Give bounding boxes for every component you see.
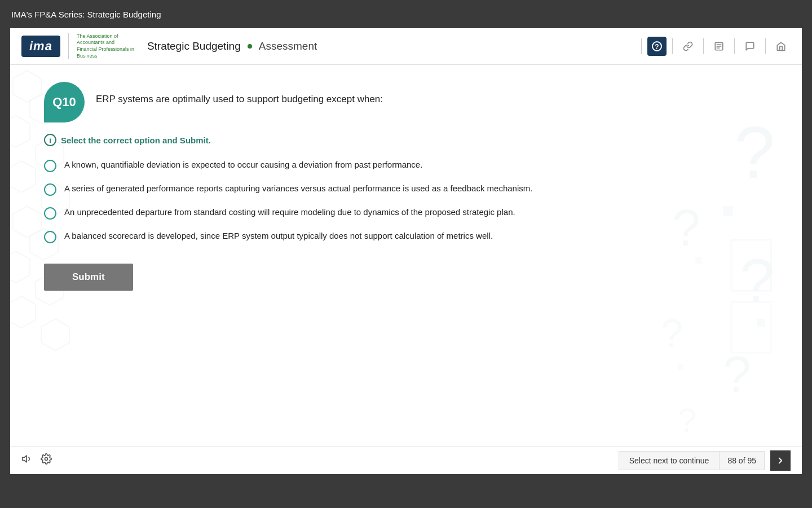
section-title: Assessment xyxy=(259,40,317,52)
svg-marker-30 xyxy=(23,456,27,462)
instruction: i Select the correct option and Submit. xyxy=(44,134,768,146)
volume-icon[interactable] xyxy=(21,453,33,467)
question-badge: Q10 xyxy=(44,82,85,122)
svg-text:?: ? xyxy=(655,43,659,51)
ima-logo: ima xyxy=(21,36,60,57)
option-c-text: An unprecedented departure from standard… xyxy=(64,206,515,219)
radio-d[interactable] xyxy=(44,231,56,243)
option-c[interactable]: An unprecedented departure from standard… xyxy=(44,206,768,220)
radio-b[interactable] xyxy=(44,183,56,196)
radio-a[interactable] xyxy=(44,160,56,172)
divider-4 xyxy=(734,38,735,54)
divider-5 xyxy=(765,38,766,54)
header: ima The Association of Accountants and F… xyxy=(10,28,802,65)
options-list: A known, quantifiable deviation is expec… xyxy=(44,159,768,243)
ima-tagline: The Association of Accountants and Finan… xyxy=(68,33,136,60)
home-button[interactable] xyxy=(771,37,791,56)
bottom-right: Select next to continue 88 of 95 xyxy=(619,450,791,471)
next-button[interactable] xyxy=(770,450,791,471)
svg-point-31 xyxy=(45,458,48,461)
option-b-text: A series of generated performance report… xyxy=(64,182,532,195)
bottom-left-icons xyxy=(21,453,52,467)
radio-c[interactable] xyxy=(44,207,56,220)
page-counter: 88 of 95 xyxy=(720,451,765,470)
settings-icon[interactable] xyxy=(41,453,52,467)
option-d[interactable]: A balanced scorecard is developed, since… xyxy=(44,230,768,243)
bottom-bar: Select next to continue 88 of 95 xyxy=(10,446,802,474)
chat-button[interactable] xyxy=(740,37,760,56)
help-button[interactable]: ? xyxy=(647,37,667,56)
instruction-icon: i xyxy=(44,134,56,146)
instruction-text: Select the correct option and Submit. xyxy=(61,135,211,145)
option-d-text: A balanced scorecard is developed, since… xyxy=(64,230,493,243)
link-button[interactable] xyxy=(678,37,698,56)
select-next-label: Select next to continue xyxy=(619,451,720,470)
question-area: Q10 ERP systems are optimally used to su… xyxy=(10,65,802,446)
divider-1 xyxy=(641,38,642,54)
main-frame: ima The Association of Accountants and F… xyxy=(10,28,802,474)
divider-3 xyxy=(703,38,704,54)
submit-button[interactable]: Submit xyxy=(44,264,133,291)
title-bar-text: IMA's FP&A Series: Strategic Budgeting xyxy=(11,10,161,19)
option-a-text: A known, quantifiable deviation is expec… xyxy=(64,159,422,172)
question-text: ERP systems are optimally used to suppor… xyxy=(96,82,383,107)
option-a[interactable]: A known, quantifiable deviation is expec… xyxy=(44,159,768,172)
header-icons: ? xyxy=(639,37,791,56)
notes-button[interactable] xyxy=(709,37,729,56)
content-area: Q10 ERP systems are optimally used to su… xyxy=(10,65,802,446)
divider-2 xyxy=(672,38,673,54)
option-b[interactable]: A series of generated performance report… xyxy=(44,182,768,196)
title-bar: IMA's FP&A Series: Strategic Budgeting xyxy=(0,0,812,28)
q-badge-container: Q10 ERP systems are optimally used to su… xyxy=(44,82,768,122)
course-title: Strategic Budgeting xyxy=(147,40,241,52)
dot-separator xyxy=(248,44,252,49)
